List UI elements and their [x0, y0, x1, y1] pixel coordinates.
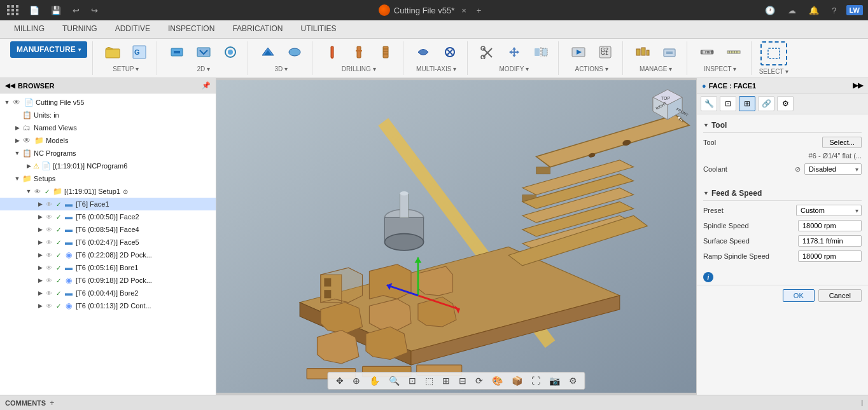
- pan-btn[interactable]: ✋: [367, 374, 382, 387]
- drilling-btn-3[interactable]: [374, 41, 398, 63]
- expand-bore1[interactable]: ▶: [36, 263, 45, 272]
- browser-collapse-icon[interactable]: ◀◀: [5, 82, 15, 89]
- manage-btn-1[interactable]: [631, 41, 655, 63]
- file-menu-icon[interactable]: 📄: [26, 4, 43, 17]
- 3d-btn-1[interactable]: [256, 41, 280, 63]
- expand-pock2[interactable]: ▶: [36, 276, 45, 285]
- feed-speed-section-title[interactable]: ▼ Feed & Speed: [703, 186, 862, 201]
- tree-item-units[interactable]: ▶ 📋 Units: in: [0, 109, 216, 121]
- expand-pock1[interactable]: ▶: [36, 250, 45, 259]
- tab-turning[interactable]: TURNING: [53, 20, 106, 38]
- tree-item-cont1[interactable]: ▶ 👁 ✓ ◉ [T6 (0:01:13)] 2D Cont...: [0, 299, 216, 312]
- surface-speed-input[interactable]: 1178.1 ft/min: [798, 235, 862, 247]
- undo-icon[interactable]: ↩: [69, 4, 83, 17]
- expand-face4[interactable]: ▶: [36, 225, 45, 234]
- coolant-select[interactable]: Disabled Flood Mist: [804, 163, 862, 175]
- tree-item-face5[interactable]: ▶ 👁 ✓ ▬ [T6 (0:02:47)] Face5: [0, 236, 216, 249]
- cancel-button[interactable]: Cancel: [818, 289, 862, 302]
- settings-btn[interactable]: ⚙: [566, 374, 580, 387]
- cloud-icon[interactable]: ☁: [785, 4, 799, 17]
- expand-setups[interactable]: ▼: [13, 174, 22, 183]
- tree-item-bore1[interactable]: ▶ 👁 ✓ ▬ [T6 (0:05:16)] Bore1: [0, 261, 216, 274]
- tool-select-button[interactable]: Select...: [822, 137, 862, 148]
- browser-pin-icon[interactable]: 📌: [202, 81, 211, 90]
- tree-item-named-views[interactable]: ▶ 🗂 Named Views: [0, 121, 216, 134]
- manufacture-button[interactable]: MANUFACTURE ▾: [10, 41, 87, 58]
- nav-cube[interactable]: TOP FRONT RIGHT ↖: [645, 85, 690, 129]
- tree-item-root[interactable]: ▼ 👁 📄 Cutting File v55: [0, 96, 216, 109]
- orbit-btn[interactable]: ⊕: [350, 374, 363, 387]
- section-btn[interactable]: ⊟: [456, 374, 469, 387]
- explode-btn[interactable]: ⟳: [473, 374, 486, 387]
- eye-icon-face1[interactable]: 👁: [45, 200, 53, 208]
- manage-btn-2[interactable]: [657, 41, 682, 63]
- tab-linking-icon[interactable]: 🔗: [758, 96, 774, 111]
- eye-icon-bore2[interactable]: 👁: [45, 289, 53, 297]
- notifications-icon[interactable]: 🔔: [806, 4, 822, 17]
- tree-item-models[interactable]: ▶ 👁 📁 Models: [0, 134, 216, 147]
- expand-face2[interactable]: ▶: [36, 212, 45, 221]
- modify-btn-1[interactable]: [475, 41, 500, 63]
- select-btn[interactable]: [760, 41, 787, 65]
- expand-bore2[interactable]: ▶: [36, 289, 45, 297]
- tab-passes-icon[interactable]: ⊞: [739, 96, 755, 111]
- tree-item-pock1[interactable]: ▶ 👁 ✓ ◉ [T6 (0:22:08)] 2D Pock...: [0, 249, 216, 261]
- expand-nc-programs[interactable]: ▼: [13, 149, 22, 158]
- new-tab-icon[interactable]: +: [473, 4, 485, 17]
- eye-icon-bore1[interactable]: 👁: [45, 263, 53, 272]
- tree-item-setup1[interactable]: ▼ 👁 ✓ 📁 [(1:19:01)] Setup1 ⊙: [0, 185, 216, 198]
- 2d-btn-2[interactable]: [192, 41, 216, 63]
- save-icon[interactable]: 💾: [48, 4, 64, 17]
- tree-item-ncprogram6[interactable]: ▶ ⚠ 📄 [(1:19:01)] NCProgram6: [0, 160, 216, 172]
- expand-models[interactable]: ▶: [13, 136, 22, 145]
- tree-item-face1[interactable]: ▶ 👁 ✓ ▬ [T6] Face1: [0, 198, 216, 210]
- tab-inspection[interactable]: INSPECTION: [159, 20, 223, 38]
- eye-icon-face5[interactable]: 👁: [45, 238, 53, 247]
- tree-item-face4[interactable]: ▶ 👁 ✓ ▬ [T6 (0:08:54)] Face4: [0, 223, 216, 236]
- eye-icon-models[interactable]: 👁: [22, 135, 32, 146]
- fit-btn[interactable]: ⊡: [406, 374, 419, 387]
- multiaxis-btn-2[interactable]: [438, 41, 462, 63]
- tab-utilities[interactable]: UTILITIES: [292, 20, 346, 38]
- eye-icon-pock1[interactable]: 👁: [45, 250, 53, 259]
- eye-icon-setup1[interactable]: 👁: [33, 187, 42, 196]
- tree-item-bore2[interactable]: ▶ 👁 ✓ ▬ [T6 (0:00:44)] Bore2: [0, 287, 216, 299]
- add-comment-icon[interactable]: +: [50, 399, 54, 407]
- 3d-btn-2[interactable]: [283, 41, 307, 63]
- eye-icon-pock2[interactable]: 👁: [45, 276, 53, 285]
- eye-icon-face4[interactable]: 👁: [45, 225, 53, 234]
- ramp-speed-input[interactable]: 18000 rpm: [798, 250, 862, 262]
- appearance-btn[interactable]: 🎨: [489, 374, 505, 387]
- tool-section-title[interactable]: ▼ Tool: [703, 118, 862, 133]
- expand-named-views[interactable]: ▶: [13, 123, 22, 132]
- info-icon[interactable]: i: [703, 272, 713, 282]
- more-tools-btn[interactable]: ⛶: [529, 374, 543, 387]
- tab-milling[interactable]: MILLING: [5, 20, 53, 38]
- help-icon[interactable]: ?: [829, 4, 839, 17]
- display-btn[interactable]: ⬚: [423, 374, 436, 387]
- viewport[interactable]: TOP FRONT RIGHT ↖ ✥ ⊕ ✋ 🔍 ⊡ ⬚ ⊞ ⊟ ⟳ 🎨 📦 …: [216, 78, 696, 395]
- modify-btn-2[interactable]: [502, 41, 526, 63]
- tab-additive[interactable]: ADDITIVE: [106, 20, 159, 38]
- grid-btn[interactable]: ⊞: [440, 374, 452, 387]
- inspect-btn-1[interactable]: mm: [695, 41, 719, 63]
- eye-icon-face2[interactable]: 👁: [45, 212, 53, 221]
- tab-tool-icon[interactable]: 🔧: [701, 96, 717, 111]
- move-view-btn[interactable]: ✥: [333, 374, 346, 387]
- actions-btn-2[interactable]: G1G2: [593, 41, 617, 63]
- panel-expand-icon[interactable]: ▶▶: [853, 81, 863, 90]
- tree-item-setups[interactable]: ▼ 📁 Setups: [0, 172, 216, 185]
- drilling-btn-1[interactable]: [320, 41, 344, 63]
- 2d-btn-1[interactable]: [165, 41, 189, 63]
- inspect-btn-2[interactable]: [722, 41, 746, 63]
- user-badge[interactable]: LW: [846, 5, 864, 15]
- view-cube-btn[interactable]: 📦: [509, 374, 525, 387]
- camera-btn[interactable]: 📷: [547, 374, 563, 387]
- eye-icon-root[interactable]: 👁: [11, 97, 22, 107]
- tree-item-face2[interactable]: ▶ 👁 ✓ ▬ [T6 (0:00:50)] Face2: [0, 210, 216, 223]
- apps-grid-icon[interactable]: [5, 3, 21, 17]
- expand-cont1[interactable]: ▶: [36, 301, 45, 310]
- collapse-bar-icon[interactable]: |: [861, 399, 863, 406]
- spindle-speed-input[interactable]: 18000 rpm: [798, 220, 862, 231]
- tree-item-pock2[interactable]: ▶ 👁 ✓ ◉ [T6 (0:09:18)] 2D Pock...: [0, 274, 216, 287]
